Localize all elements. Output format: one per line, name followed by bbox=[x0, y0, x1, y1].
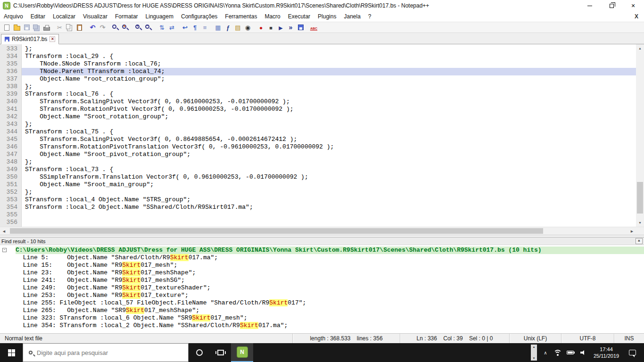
replace-icon[interactable] bbox=[121, 23, 131, 33]
function-list-icon[interactable] bbox=[223, 23, 233, 33]
code-line[interactable]: STransform.ScalingPivot Vector3f( 0, 0.9… bbox=[22, 98, 636, 106]
open-folder-icon[interactable] bbox=[12, 23, 22, 33]
menu-item-visualizar[interactable]: Visualizar bbox=[79, 12, 111, 21]
close-button[interactable]: × bbox=[622, 0, 644, 11]
find-result-line[interactable]: Line 354: STransform :local_2 Object.Nam… bbox=[16, 322, 644, 329]
print-icon[interactable] bbox=[41, 23, 51, 33]
battery-button[interactable] bbox=[564, 343, 577, 362]
code-line[interactable]: Object.Name "Sroot_pivot_rotation_group"… bbox=[22, 151, 636, 158]
code-line[interactable]: SSimpleTransform.Translation Vector3f( 0… bbox=[22, 173, 636, 181]
save-all-icon[interactable] bbox=[32, 23, 41, 33]
file-browser-icon[interactable] bbox=[233, 23, 243, 33]
stop-macro-icon[interactable] bbox=[266, 23, 276, 33]
tab-close-icon[interactable]: × bbox=[50, 36, 55, 42]
spell-check-icon[interactable] bbox=[309, 23, 319, 33]
menu-item-help[interactable]: ? bbox=[364, 12, 375, 21]
menu-item-localizar[interactable]: Localizar bbox=[49, 12, 79, 21]
find-file-header[interactable]: C:\Users\Robby\Videos\DRESS ADJUST\Dress… bbox=[16, 247, 644, 254]
editor-horizontal-scrollbar[interactable]: ◀ ▶ bbox=[0, 227, 636, 235]
sync-v-scroll-icon[interactable] bbox=[157, 23, 167, 33]
zoom-in-icon[interactable] bbox=[134, 23, 144, 33]
code-line[interactable]: STransform.RotationPivot Vector3f( 0, 0.… bbox=[22, 106, 636, 113]
code-line[interactable]: STransform :local_75 . { bbox=[22, 128, 636, 136]
taskbar-clock[interactable]: 17:44 25/11/2019 bbox=[589, 346, 623, 359]
code-line[interactable]: }; bbox=[22, 83, 636, 90]
search-input[interactable] bbox=[37, 349, 182, 356]
sync-h-scroll-icon[interactable] bbox=[167, 23, 177, 33]
tray-scrollbar[interactable]: ▲ ▼ bbox=[531, 345, 537, 361]
menu-item-editar[interactable]: Editar bbox=[27, 12, 49, 21]
code-line[interactable]: TNode.Parent TTransform :local_74; bbox=[22, 68, 636, 75]
restore-button[interactable] bbox=[601, 0, 622, 11]
close-document-x[interactable]: X bbox=[629, 13, 644, 20]
record-macro-icon[interactable] bbox=[256, 23, 266, 33]
save-macro-icon[interactable] bbox=[296, 23, 305, 33]
menu-item-janela[interactable]: Janela bbox=[340, 12, 364, 21]
menu-item-linguagem[interactable]: Linguagem bbox=[142, 12, 177, 21]
notepadpp-taskbar-button[interactable]: N bbox=[231, 343, 253, 362]
code-line[interactable]: STransform :local_73 . { bbox=[22, 166, 636, 173]
copy-icon[interactable] bbox=[65, 23, 74, 33]
action-center-button[interactable] bbox=[623, 350, 641, 355]
fold-collapse-icon[interactable]: - bbox=[2, 248, 7, 252]
paste-icon[interactable] bbox=[74, 23, 84, 33]
find-result-line[interactable]: Line 23: Object.Name "R9Skirt017_meshSha… bbox=[16, 269, 644, 277]
cortana-button[interactable] bbox=[189, 343, 210, 362]
redo-icon[interactable] bbox=[98, 23, 107, 33]
zoom-out-icon[interactable] bbox=[144, 23, 154, 33]
doc-map-icon[interactable] bbox=[213, 23, 223, 33]
find-result-panel[interactable]: - C:\Users\Robby\Videos\DRESS ADJUST\Dre… bbox=[0, 245, 644, 333]
menu-item-plugins[interactable]: Plugins bbox=[314, 12, 340, 21]
code-line[interactable]: }; bbox=[22, 189, 636, 196]
tab-r9skirt017[interactable]: R9Skirt017.bs × bbox=[1, 34, 59, 44]
code-line[interactable]: }; bbox=[22, 45, 636, 53]
code-line[interactable]: TNode.SNode STransform :local_76; bbox=[22, 60, 636, 68]
network-button[interactable] bbox=[551, 343, 564, 362]
find-result-line[interactable]: Line 249: Object.Name "R9Skirt017_textur… bbox=[16, 284, 644, 292]
scroll-right-icon[interactable]: ▶ bbox=[628, 227, 636, 235]
code-line[interactable]: Object.Name "Sroot_main_group"; bbox=[22, 181, 636, 189]
code-line[interactable] bbox=[22, 219, 636, 226]
show-all-chars-icon[interactable] bbox=[190, 23, 200, 33]
start-button[interactable] bbox=[0, 343, 23, 362]
new-file-icon[interactable] bbox=[2, 23, 12, 33]
find-result-line[interactable]: Line 5: Object.Name "Shared/Cloth/R9Skir… bbox=[16, 254, 644, 262]
menu-item-executar[interactable]: Executar bbox=[284, 12, 314, 21]
code-line[interactable]: Object.Name "root_rotation_group"; bbox=[22, 75, 636, 83]
undo-icon[interactable] bbox=[88, 23, 98, 33]
task-view-button[interactable] bbox=[210, 343, 231, 362]
indent-guide-icon[interactable] bbox=[200, 23, 210, 33]
vscroll-thumb[interactable] bbox=[637, 182, 643, 214]
find-result-line[interactable]: Line 255: FileObject :local_57 FileObjec… bbox=[16, 299, 644, 307]
volume-button[interactable] bbox=[577, 343, 589, 362]
menu-item-arquivo[interactable]: Arquivo bbox=[0, 12, 27, 21]
find-result-line[interactable]: Line 265: Object.Name "SR9Skirt017_meshS… bbox=[16, 307, 644, 314]
minimize-button[interactable] bbox=[579, 0, 601, 11]
menu-item-formatar[interactable]: Formatar bbox=[111, 12, 142, 21]
code-line[interactable]: STransform :local_4 Object.Name "STRS_gr… bbox=[22, 196, 636, 204]
hidden-icons-button[interactable]: ∧ bbox=[540, 350, 551, 355]
code-line[interactable]: }; bbox=[22, 158, 636, 166]
find-result-line[interactable]: Line 241: Object.Name "R9Skirt017_meshSG… bbox=[16, 277, 644, 284]
code-line[interactable]: TTransform :local_29 . { bbox=[22, 53, 636, 60]
save-icon[interactable] bbox=[22, 23, 32, 33]
find-result-close-icon[interactable]: × bbox=[636, 238, 643, 244]
menu-item-macro[interactable]: Macro bbox=[261, 12, 284, 21]
find-result-line[interactable]: Line 15: Object.Name "R9Skirt017_mesh"; bbox=[16, 262, 644, 269]
cut-icon[interactable] bbox=[55, 23, 65, 33]
taskbar-search-box[interactable] bbox=[23, 343, 189, 362]
find-icon[interactable] bbox=[111, 23, 121, 33]
scroll-up-icon[interactable]: ▲ bbox=[636, 44, 644, 52]
scroll-down-icon[interactable]: ▼ bbox=[636, 219, 644, 227]
word-wrap-icon[interactable] bbox=[180, 23, 190, 33]
find-result-line[interactable]: Line 253: Object.Name "R9Skirt017_textur… bbox=[16, 292, 644, 299]
code-line[interactable] bbox=[22, 211, 636, 219]
run-multiple-icon[interactable] bbox=[286, 23, 296, 33]
menu-item-ferramentas[interactable]: Ferramentas bbox=[221, 12, 261, 21]
code-line[interactable]: STransform :local_76 . { bbox=[22, 90, 636, 98]
code-line[interactable]: Object.Name "Sroot_rotation_group"; bbox=[22, 113, 636, 121]
code-area[interactable]: };TTransform :local_29 . { TNode.SNode S… bbox=[22, 44, 636, 227]
editor-vertical-scrollbar[interactable]: ▲ ▼ bbox=[636, 44, 644, 227]
scroll-left-icon[interactable]: ◀ bbox=[0, 227, 8, 235]
menu-item-configuraes[interactable]: Configurações bbox=[177, 12, 221, 21]
